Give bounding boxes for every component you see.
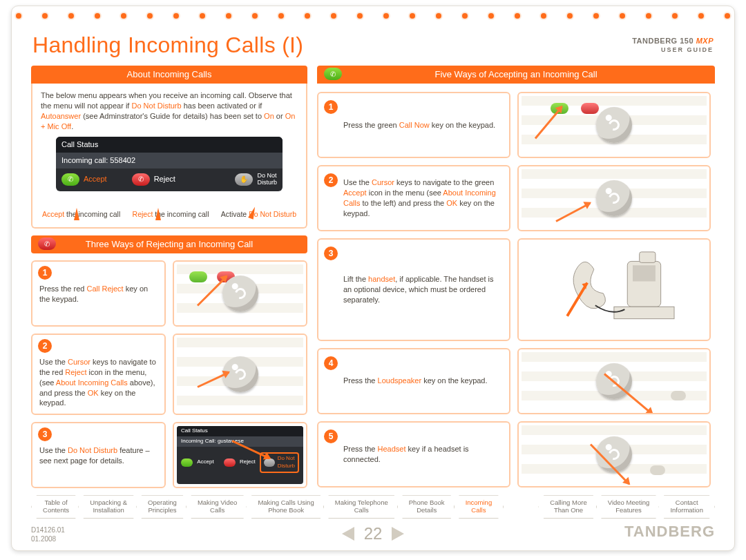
footer-logo: TANDBERG <box>624 523 715 541</box>
brand-sub: USER GUIDE <box>661 46 714 53</box>
menu-reject[interactable]: ✆ Reject <box>132 173 175 186</box>
phone-icon: ✆ <box>324 68 342 80</box>
step-number-icon: 2 <box>38 339 52 353</box>
brand-mxp: MXP <box>694 37 714 45</box>
left-column: About Incoming Calls The below menu appe… <box>31 66 307 488</box>
nav-tab[interactable]: Phone BookDetails <box>397 495 457 519</box>
nav-tab[interactable]: Video MeetingFeatures <box>596 495 662 519</box>
accept-step-3: 3 Lift the handset, if applicable. The h… <box>317 238 510 341</box>
step-number-icon: 3 <box>324 247 338 260</box>
phone-icon: ✆ <box>61 173 79 186</box>
handset-illustration <box>517 238 711 341</box>
accept-row-4: 4 Press the Loudspeaker key on the keypa… <box>317 348 715 414</box>
hand-icon: ✋ <box>235 173 253 186</box>
accept-step-4: 4 Press the Loudspeaker key on the keypa… <box>317 348 510 414</box>
handset-device-icon <box>535 249 693 329</box>
dial-icon <box>596 180 632 216</box>
reject-row-2: 2 Use the Cursor keys to navigate to the… <box>31 334 307 415</box>
dial-icon <box>596 107 632 143</box>
call-menu-options: ✆ Accept ✆ Reject ✋ Do NotDisturb <box>56 168 283 191</box>
prev-page-button[interactable] <box>342 527 354 541</box>
accept-step-5: 5 Press the Headset key if a headset is … <box>317 421 510 487</box>
accept-row-2: 2 Use the Cursor keys to navigate to the… <box>317 165 715 231</box>
dnd-menu-illustration: Call Status Incoming Call: gustav.ese Ac… <box>173 422 307 488</box>
svg-rect-2 <box>640 252 656 262</box>
step-number-icon: 1 <box>324 100 338 114</box>
red-key-icon <box>581 103 599 114</box>
nav-tab[interactable]: Making Calls UsingPhone Book <box>246 495 325 519</box>
arrow-icon <box>155 208 161 220</box>
arrow-icon <box>74 208 79 220</box>
nav-tab[interactable]: Calling MoreThan One <box>538 495 598 519</box>
bottom-nav: Table ofContentsUnpacking &InstallationO… <box>31 495 715 519</box>
call-menu-incoming: Incoming call: 558402 <box>56 153 283 168</box>
svg-rect-1 <box>633 265 656 281</box>
reject-header: ✆ Three Ways of Rejecting an Incoming Ca… <box>31 235 307 253</box>
keypad-illustration <box>173 334 307 415</box>
call-menu: Call Status Incoming call: 558402 ✆ Acce… <box>56 137 283 191</box>
brand-name: TANDBERG 150 <box>632 37 694 45</box>
nav-tab[interactable]: Table ofContents <box>31 495 81 519</box>
reject-row-3: 3 Use the Do Not Disturb feature – see n… <box>31 422 307 488</box>
step-number-icon: 1 <box>38 266 52 280</box>
arrow-icon <box>535 106 563 139</box>
step-number-icon: 2 <box>324 173 338 187</box>
headset-key-icon <box>650 465 665 475</box>
nav-tab[interactable]: IncomingCalls <box>454 495 504 519</box>
accept-row-3: 3 Lift the handset, if applicable. The h… <box>317 238 715 341</box>
about-intro: The below menu appears when you receive … <box>41 90 298 131</box>
accept-row-1: 1 Press the green Call Now key on the ke… <box>317 92 715 158</box>
about-panel: The below menu appears when you receive … <box>31 84 307 229</box>
call-menu-title: Call Status <box>56 137 283 153</box>
phone-icon: ✆ <box>38 238 56 250</box>
arrow-icon <box>555 202 591 222</box>
accept-step-1: 1 Press the green Call Now key on the ke… <box>317 92 510 158</box>
page-title: Handling Incoming Calls (I) <box>32 32 303 58</box>
keypad-illustration <box>517 421 711 487</box>
nav-tab[interactable]: Making VideoCalls <box>186 495 249 519</box>
next-page-button[interactable] <box>392 527 404 541</box>
about-header: About Incoming Calls <box>31 66 307 84</box>
reject-step-3: 3 Use the Do Not Disturb feature – see n… <box>31 422 166 488</box>
right-column: ✆ Five Ways of Accepting an Incoming Cal… <box>317 66 715 487</box>
spiral-binding <box>12 13 734 24</box>
nav-tab[interactable]: OperatingPrinciples <box>136 495 189 519</box>
phone-icon <box>181 458 193 467</box>
brand-block: TANDBERG 150 MXP USER GUIDE <box>632 37 714 53</box>
page: Handling Incoming Calls (I) TANDBERG 150… <box>11 6 735 551</box>
keypad-illustration <box>517 92 711 158</box>
step-number-icon: 5 <box>324 429 338 443</box>
content-area: About Incoming Calls The below menu appe… <box>31 66 715 495</box>
step-number-icon: 4 <box>324 356 338 370</box>
footer-docinfo: D14126.0101.2008 <box>31 525 65 543</box>
keypad-illustration <box>517 348 711 414</box>
reject-row-1: 1 Press the red Call Reject key on the k… <box>31 260 307 327</box>
keypad-illustration <box>173 260 307 327</box>
accept-header: ✆ Five Ways of Accepting an Incoming Cal… <box>317 66 715 84</box>
svg-rect-3 <box>614 307 674 318</box>
nav-tab[interactable]: ContactInformation <box>658 495 715 519</box>
keypad-illustration <box>517 165 711 231</box>
nav-tab[interactable]: Making TelephoneCalls <box>323 495 400 519</box>
phone-down-icon: ✆ <box>132 173 150 186</box>
accept-step-2: 2 Use the Cursor keys to navigate to the… <box>317 165 510 231</box>
step-number-icon: 3 <box>38 427 52 441</box>
reject-step-2: 2 Use the Cursor keys to navigate to the… <box>31 334 166 415</box>
page-number: 22 <box>364 524 383 543</box>
phone-down-icon <box>224 458 236 467</box>
menu-dnd[interactable]: ✋ Do NotDisturb <box>235 173 277 186</box>
accept-row-5: 5 Press the Headset key if a headset is … <box>317 421 715 487</box>
green-key-icon <box>189 271 207 282</box>
menu-accept[interactable]: ✆ Accept <box>61 173 107 186</box>
nav-tab[interactable]: Unpacking &Installation <box>78 495 139 519</box>
loudspeaker-key-icon <box>671 391 686 400</box>
reject-step-1: 1 Press the red Call Reject key on the k… <box>31 260 166 327</box>
